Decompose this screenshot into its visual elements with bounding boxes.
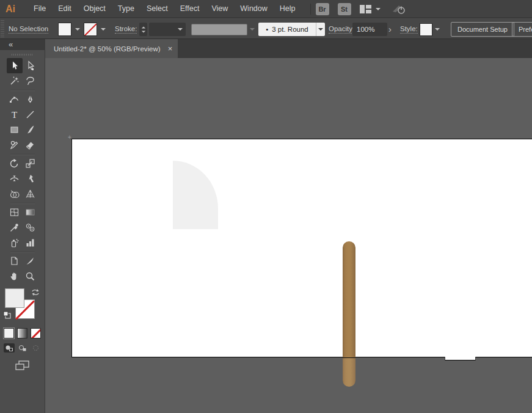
pencil-tool[interactable] bbox=[7, 137, 23, 153]
menu-object[interactable]: Object bbox=[78, 0, 112, 18]
gradient-tool[interactable] bbox=[23, 205, 38, 220]
line-segment-tool[interactable] bbox=[23, 107, 38, 122]
symbol-sprayer-tool[interactable] bbox=[7, 235, 23, 250]
artboard-corner-marker: + bbox=[68, 134, 71, 141]
selection-arrow-icon bbox=[9, 60, 20, 71]
lasso-icon bbox=[25, 76, 35, 86]
change-screen-mode[interactable] bbox=[0, 360, 45, 371]
preferences-button[interactable]: Preferences bbox=[512, 22, 532, 37]
curvature-icon bbox=[9, 94, 20, 104]
stroke-weight-dropdown[interactable] bbox=[149, 23, 186, 36]
chevron-down-icon bbox=[435, 28, 440, 31]
chevron-down-icon bbox=[101, 28, 106, 31]
stroke-weight-stepper[interactable] bbox=[139, 23, 147, 36]
eyedropper-tool[interactable] bbox=[7, 220, 23, 235]
lasso-tool[interactable] bbox=[23, 73, 38, 89]
slice-tool[interactable] bbox=[23, 254, 38, 269]
menu-select[interactable]: Select bbox=[140, 0, 174, 18]
toolbar-collapse-cap: « bbox=[0, 39, 45, 50]
swap-fill-stroke-icon[interactable] bbox=[31, 288, 40, 297]
opacity-panel-arrow-icon[interactable]: › bbox=[388, 23, 392, 35]
svg-text:T: T bbox=[12, 110, 17, 120]
chevron-down-icon bbox=[376, 8, 381, 10]
workspace-switcher[interactable] bbox=[360, 5, 381, 13]
color-button[interactable] bbox=[4, 328, 14, 338]
eraser-tool[interactable] bbox=[23, 137, 38, 153]
draw-normal-button[interactable] bbox=[4, 343, 15, 353]
menu-type[interactable]: Type bbox=[112, 0, 140, 18]
opacity-input[interactable]: 100% bbox=[352, 23, 387, 36]
menu-help[interactable]: Help bbox=[274, 0, 302, 18]
none-button[interactable] bbox=[31, 328, 41, 338]
gradient-button[interactable] bbox=[17, 328, 27, 338]
zoom-tool[interactable] bbox=[23, 269, 38, 284]
eyedropper-icon bbox=[9, 222, 20, 233]
menu-effect[interactable]: Effect bbox=[174, 0, 206, 18]
style-dropdown[interactable] bbox=[432, 23, 442, 36]
document-setup-button[interactable]: Document Setup bbox=[451, 22, 514, 37]
blend-icon bbox=[25, 222, 35, 233]
brush-definition-button[interactable]: • 3 pt. Round bbox=[258, 23, 316, 36]
default-fill-stroke-icon[interactable] bbox=[3, 311, 11, 319]
gpu-performance-indicator[interactable] bbox=[392, 4, 407, 15]
fill-proxy-swatch[interactable] bbox=[5, 288, 24, 308]
tool-grid: T bbox=[0, 58, 45, 284]
column-graph-tool[interactable] bbox=[23, 235, 38, 250]
menu-bar: Ai File Edit Object Type Select Effect V… bbox=[0, 0, 532, 18]
collapse-panel-icon[interactable]: « bbox=[9, 40, 13, 49]
menu-file[interactable]: File bbox=[29, 0, 52, 18]
curvature-tool[interactable] bbox=[7, 92, 23, 107]
shape-builder-tool[interactable] bbox=[7, 186, 23, 202]
mesh-tool[interactable] bbox=[7, 205, 23, 220]
direct-selection-tool[interactable] bbox=[23, 58, 38, 73]
menu-edit[interactable]: Edit bbox=[52, 0, 78, 18]
close-tab-icon[interactable]: × bbox=[168, 44, 173, 53]
fill-color-swatch[interactable] bbox=[58, 23, 71, 36]
tools-panel-grip[interactable] bbox=[12, 54, 34, 56]
opacity-label[interactable]: Opacity: bbox=[329, 25, 354, 34]
perspective-grid-tool[interactable] bbox=[23, 186, 38, 202]
artboard-tool[interactable] bbox=[7, 254, 23, 269]
free-transform-tool[interactable] bbox=[23, 171, 38, 186]
brush-definition-dropdown[interactable] bbox=[316, 23, 325, 36]
bridge-button[interactable]: Br bbox=[316, 3, 329, 15]
menus: File Edit Object Type Select Effect View… bbox=[29, 0, 302, 18]
canvas-area[interactable]: + bbox=[45, 58, 532, 413]
stroke-color-dropdown[interactable] bbox=[98, 23, 107, 36]
stroke-weight-label[interactable]: Stroke: bbox=[115, 25, 137, 34]
fill-color-dropdown[interactable] bbox=[73, 23, 82, 36]
style-label[interactable]: Style: bbox=[400, 25, 418, 34]
draw-behind-button[interactable] bbox=[17, 343, 28, 353]
control-bar: No Selection Stroke: • 3 pt. Round Opaci… bbox=[0, 18, 532, 39]
stock-button[interactable]: St bbox=[338, 3, 351, 15]
quarter-round-shape[interactable] bbox=[173, 161, 218, 229]
mesh-icon bbox=[9, 207, 20, 217]
scale-tool[interactable] bbox=[23, 156, 38, 171]
artboard-border-over-stick bbox=[343, 357, 355, 358]
control-bar-grip[interactable] bbox=[1, 20, 4, 37]
artboard-edge-notch bbox=[445, 357, 476, 360]
artboard[interactable]: + bbox=[71, 139, 532, 357]
rotate-tool[interactable] bbox=[7, 156, 23, 171]
menu-window[interactable]: Window bbox=[234, 0, 273, 18]
hand-icon bbox=[9, 271, 20, 282]
pen-tool[interactable] bbox=[23, 92, 38, 107]
direct-selection-arrow-icon bbox=[25, 60, 35, 71]
style-swatch[interactable] bbox=[420, 23, 432, 36]
width-tool[interactable] bbox=[7, 171, 23, 186]
hand-tool[interactable] bbox=[7, 269, 23, 284]
perspective-grid-icon bbox=[25, 189, 35, 199]
stroke-color-swatch[interactable] bbox=[84, 23, 97, 36]
document-tab[interactable]: Untitled-2* @ 50% (RGB/Preview) × bbox=[45, 39, 178, 58]
rectangle-tool[interactable] bbox=[7, 122, 23, 137]
magic-wand-tool[interactable] bbox=[7, 73, 23, 89]
menu-view[interactable]: View bbox=[205, 0, 234, 18]
blend-tool[interactable] bbox=[23, 220, 38, 235]
selection-tool[interactable] bbox=[7, 58, 23, 73]
drawing-modes-row bbox=[0, 343, 45, 353]
tool-group-divider bbox=[7, 153, 38, 156]
tool-group-divider bbox=[7, 89, 38, 92]
variable-width-profile-dropdown bbox=[191, 24, 247, 35]
type-tool[interactable]: T bbox=[7, 107, 23, 122]
paintbrush-tool[interactable] bbox=[23, 122, 38, 137]
